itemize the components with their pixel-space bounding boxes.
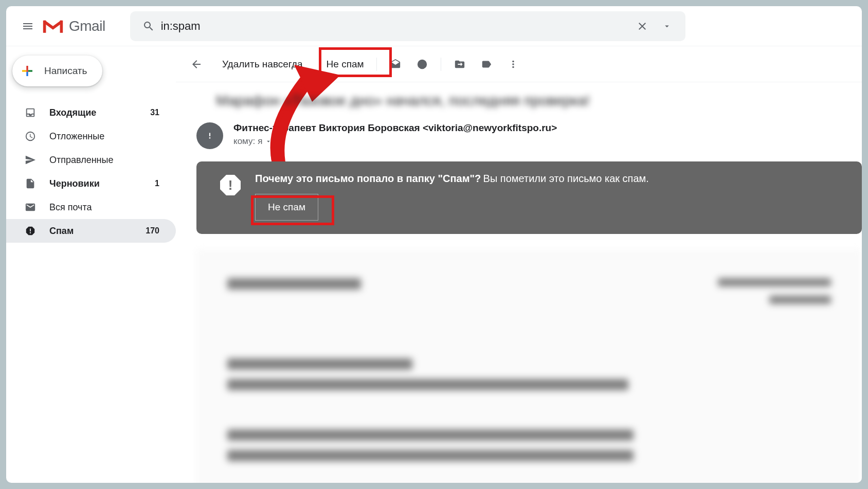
recipient-dropdown[interactable]: кому: я	[233, 136, 557, 147]
svg-rect-1	[60, 20, 63, 32]
close-icon	[636, 20, 648, 32]
main-menu-button[interactable]	[15, 14, 40, 39]
arrow-back-icon	[190, 58, 203, 70]
hamburger-icon	[22, 20, 34, 32]
caret-down-icon	[265, 138, 272, 145]
svg-rect-4	[26, 72, 28, 76]
svg-rect-6	[26, 70, 28, 71]
toolbar: Удалить навсегда Не спам	[176, 46, 862, 82]
snooze-button[interactable]	[409, 51, 436, 78]
annotation-highlight-box	[251, 195, 334, 225]
clock-icon	[417, 59, 428, 70]
recipient-name: я	[258, 136, 262, 147]
labels-button[interactable]	[473, 51, 500, 78]
search-bar[interactable]	[130, 11, 685, 41]
nav-sent[interactable]: Отправленные	[6, 148, 176, 172]
caret-down-icon	[662, 22, 672, 31]
nav-snoozed[interactable]: Отложенные	[6, 124, 176, 148]
nav-count: 170	[146, 226, 159, 236]
annotation-highlight-box	[319, 47, 392, 77]
nav-inbox[interactable]: Входящие 31	[6, 101, 176, 124]
sidebar: Написать Входящие 31 Отложенные Отправле…	[6, 46, 176, 483]
search-options-button[interactable]	[655, 14, 679, 39]
svg-rect-5	[22, 70, 26, 71]
clock-icon	[24, 130, 37, 143]
nav-count: 1	[155, 179, 159, 188]
move-to-button[interactable]	[446, 51, 473, 78]
app-frame: Gmail	[6, 6, 862, 483]
folder-move-icon	[454, 59, 465, 70]
subject-line: Марафон «Тазовое дно» начался, последняя…	[196, 93, 862, 109]
search-icon	[136, 20, 161, 32]
send-icon	[24, 153, 37, 167]
content: Удалить навсегда Не спам	[176, 46, 862, 483]
more-button[interactable]	[500, 51, 527, 78]
spam-explanation-banner: ! Почему это письмо попало в папку "Спам…	[196, 161, 862, 234]
spam-question: Почему это письмо попало в папку "Спам"?	[255, 173, 481, 184]
spam-icon	[24, 224, 37, 238]
gmail-icon	[42, 18, 64, 34]
nav-label: Отложенные	[49, 131, 159, 142]
nav-allmail[interactable]: Вся почта	[6, 195, 176, 219]
brand-text: Gmail	[69, 18, 105, 34]
label-icon	[481, 59, 492, 70]
sender-row: Фитнес-терапевт Виктория Боровская <vikt…	[196, 122, 862, 149]
nav-label: Входящие	[49, 107, 150, 118]
nav-label: Спам	[49, 226, 146, 237]
header: Gmail	[6, 6, 862, 46]
nav-count: 31	[150, 108, 159, 117]
nav-label: Черновики	[49, 178, 155, 189]
recipient-prefix: кому:	[233, 136, 255, 147]
brand-logo[interactable]: Gmail	[42, 18, 105, 34]
draft-icon	[24, 177, 37, 190]
spam-answer: Вы пометили это письмо как спам.	[483, 173, 649, 184]
toolbar-separator	[441, 58, 441, 71]
sender-name: Фитнес-терапевт Виктория Боровская <vikt…	[233, 122, 557, 134]
warning-octagon-icon: !	[220, 175, 241, 195]
compose-button[interactable]: Написать	[12, 56, 102, 86]
nav-list: Входящие 31 Отложенные Отправленные Черн…	[6, 101, 176, 243]
email-body-blurred	[196, 249, 862, 483]
compose-label: Написать	[44, 65, 87, 77]
mail-icon	[24, 201, 37, 214]
message-area: Марафон «Тазовое дно» начался, последняя…	[176, 82, 862, 483]
sender-avatar	[196, 122, 223, 149]
delete-forever-button[interactable]: Удалить навсегда	[215, 53, 310, 75]
svg-rect-2	[26, 66, 28, 70]
nav-spam[interactable]: Спам 170	[6, 219, 176, 243]
nav-label: Отправленные	[49, 155, 159, 166]
more-vert-icon	[508, 59, 519, 70]
plus-icon	[20, 63, 35, 79]
nav-drafts[interactable]: Черновики 1	[6, 172, 176, 195]
search-input[interactable]	[161, 20, 630, 33]
body: Написать Входящие 31 Отложенные Отправле…	[6, 46, 862, 483]
svg-rect-3	[28, 70, 32, 71]
svg-rect-0	[43, 20, 46, 32]
spam-badge-icon	[203, 129, 216, 142]
clear-search-button[interactable]	[630, 14, 655, 39]
back-button[interactable]	[183, 51, 210, 78]
inbox-icon	[24, 106, 37, 119]
nav-label: Вся почта	[49, 202, 159, 213]
